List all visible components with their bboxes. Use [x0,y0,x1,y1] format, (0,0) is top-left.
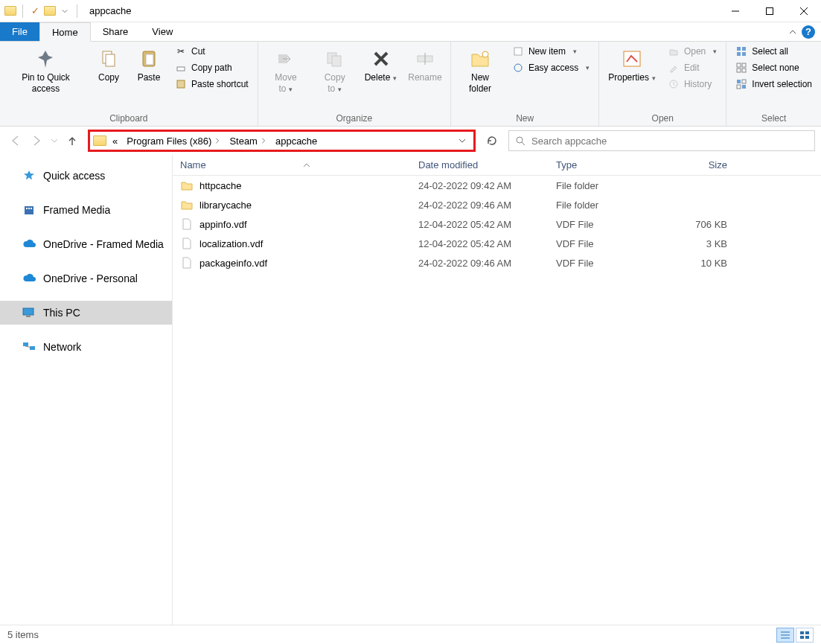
rename-icon [413,47,437,71]
svg-point-18 [514,64,522,71]
sidebar-item-onedrive-framed[interactable]: OneDrive - Framed Media [0,232,172,256]
building-icon [22,203,36,217]
new-item-icon [512,45,524,57]
ribbon-group-label: Open [604,112,721,126]
tab-share[interactable]: Share [91,22,141,41]
file-type: File folder [549,200,660,211]
tab-home[interactable]: Home [39,22,91,42]
svg-rect-38 [31,208,32,209]
paste-shortcut-icon [175,78,187,90]
address-bar[interactable]: « Program Files (x86) Steam appcache [88,130,476,152]
breadcrumb-seg-2[interactable]: Steam [225,132,271,150]
folder-icon [180,198,194,211]
move-to-button[interactable]: Move to [263,44,309,98]
history-button[interactable]: History [663,77,721,92]
search-box[interactable] [508,130,815,151]
file-row[interactable]: localization.vdf 12-04-2022 05:42 AM VDF… [173,234,821,253]
maximize-button[interactable] [753,0,787,22]
svg-rect-27 [737,68,741,72]
paste-shortcut-button[interactable]: Paste shortcut [170,77,253,92]
thumbnails-view-button[interactable] [796,628,814,643]
ribbon-group-label: Organize [263,112,446,126]
rename-button[interactable]: Rename [404,44,446,86]
easy-access-button[interactable]: Easy access [508,60,594,75]
pin-to-quick-access-button[interactable]: Pin to Quick access [4,44,87,98]
back-button[interactable] [9,134,22,147]
file-type: File folder [549,180,660,191]
file-row[interactable]: appinfo.vdf 12-04-2022 05:42 AM VDF File… [173,214,821,234]
svg-rect-30 [742,80,746,83]
collapse-ribbon-icon[interactable] [788,28,797,36]
sidebar-item-framed-media[interactable]: Framed Media [0,198,172,222]
invert-selection-button[interactable]: Invert selection [731,77,817,92]
file-date: 12-04-2022 05:42 AM [411,238,549,249]
open-button[interactable]: Open [663,44,721,59]
window-title: appcache [89,5,131,16]
svg-rect-37 [28,208,30,209]
new-folder-button[interactable]: New folder [456,44,505,98]
select-none-icon [735,62,747,74]
breadcrumb-seg-1[interactable]: Program Files (x86) [122,132,225,150]
svg-rect-21 [737,47,741,51]
sidebar-item-network[interactable]: Network [0,335,172,359]
new-item-button[interactable]: New item [508,44,594,59]
details-view-button[interactable] [776,628,794,643]
minimize-button[interactable] [718,0,753,22]
refresh-button[interactable] [482,130,502,151]
properties-button[interactable]: Properties [604,44,660,86]
address-dropdown[interactable] [454,137,470,144]
paste-button[interactable]: Paste [130,44,167,86]
search-input[interactable] [531,136,808,147]
svg-rect-49 [800,636,804,639]
select-none-button[interactable]: Select none [731,60,817,75]
file-row[interactable]: httpcache 24-02-2022 09:42 AM File folde… [173,176,821,195]
delete-button[interactable]: Delete [360,44,401,86]
recent-locations-button[interactable] [51,137,58,144]
column-header-date[interactable]: Date modified [411,159,549,170]
invert-selection-icon [735,78,747,90]
sidebar-item-this-pc[interactable]: This PC [0,301,172,325]
svg-rect-42 [30,346,35,350]
breadcrumb-seg-3[interactable]: appcache [271,132,322,150]
svg-rect-26 [742,63,746,67]
sidebar-item-quick-access[interactable]: Quick access [0,164,172,188]
help-icon[interactable]: ? [802,25,815,39]
svg-rect-7 [146,54,153,65]
svg-rect-11 [332,56,341,66]
folder-icon [180,179,194,192]
column-header-name[interactable]: Name [173,159,411,170]
copy-to-button[interactable]: Copy to [312,44,357,98]
up-button[interactable] [66,134,79,147]
tab-file[interactable]: File [0,22,39,41]
breadcrumb-overflow[interactable]: « [108,132,122,150]
file-row[interactable]: librarycache 24-02-2022 09:46 AM File fo… [173,195,821,214]
qat-properties-icon[interactable]: ✓ [29,5,41,17]
cut-button[interactable]: ✂Cut [170,44,253,59]
forward-button[interactable] [30,134,43,147]
column-header-type[interactable]: Type [549,159,660,170]
svg-rect-19 [624,51,640,66]
file-date: 24-02-2022 09:42 AM [411,180,549,191]
file-type: VDF File [549,219,660,230]
open-icon [668,45,680,57]
folder-icon [4,6,16,16]
sidebar-item-onedrive-personal[interactable]: OneDrive - Personal [0,267,172,290]
column-header-size[interactable]: Size [660,159,735,170]
select-all-button[interactable]: Select all [731,44,817,59]
qat-folder-icon[interactable] [44,6,56,16]
navigation-bar: « Program Files (x86) Steam appcache [0,127,821,155]
qat-dropdown-icon[interactable] [62,8,68,14]
history-icon [668,78,680,90]
file-name: appinfo.vdf [199,219,411,230]
copy-button[interactable]: Copy [90,44,127,86]
tab-view[interactable]: View [140,22,185,41]
file-name: librarycache [199,200,411,211]
close-button[interactable] [787,0,821,22]
file-icon [180,237,194,250]
file-name: packageinfo.vdf [199,258,411,269]
svg-rect-35 [25,206,33,214]
address-folder-icon [93,136,106,146]
edit-button[interactable]: Edit [663,60,721,75]
file-row[interactable]: packageinfo.vdf 24-02-2022 09:46 AM VDF … [173,253,821,272]
copy-path-button[interactable]: Copy path [170,60,253,75]
